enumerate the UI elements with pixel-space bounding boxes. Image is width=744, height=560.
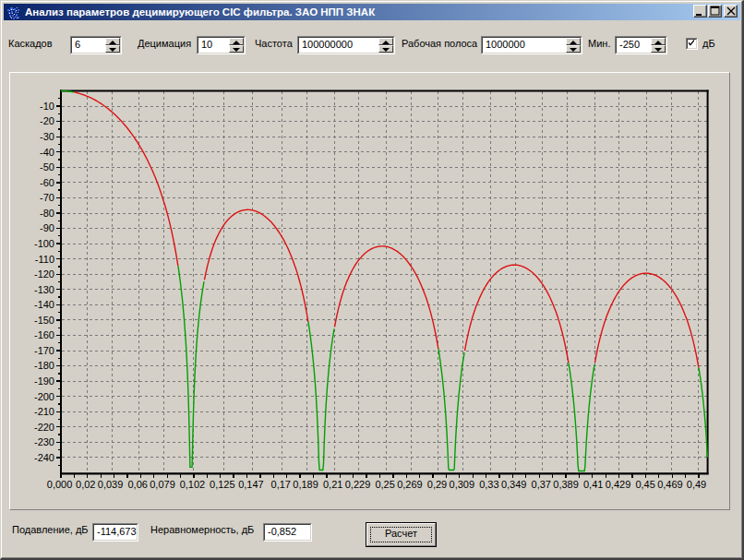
svg-text:0,33: 0,33: [479, 479, 498, 490]
svg-text:-190: -190: [34, 375, 54, 387]
svg-text:-140: -140: [34, 299, 54, 310]
svg-text:-240: -240: [34, 452, 54, 463]
svg-text:-180: -180: [34, 360, 54, 371]
svg-text:0,49: 0,49: [687, 479, 706, 490]
svg-text:-230: -230: [34, 436, 54, 447]
svg-text:0,389: 0,389: [553, 479, 579, 490]
svg-text:-210: -210: [34, 406, 54, 417]
svg-text:0,29: 0,29: [427, 479, 447, 490]
svg-text:-130: -130: [34, 284, 54, 295]
svg-text:-150: -150: [34, 315, 54, 326]
svg-text:0,21: 0,21: [323, 479, 342, 490]
svg-text:0,41: 0,41: [583, 479, 603, 490]
svg-text:0,189: 0,189: [293, 479, 318, 490]
svg-text:0,309: 0,309: [450, 479, 475, 490]
svg-text:0,000: 0,000: [47, 479, 73, 490]
svg-text:0,02: 0,02: [76, 479, 95, 490]
svg-text:-160: -160: [34, 329, 54, 340]
svg-text:0,17: 0,17: [271, 479, 291, 490]
svg-text:-120: -120: [34, 268, 54, 280]
svg-text:0,469: 0,469: [657, 479, 683, 490]
svg-text:0,102: 0,102: [180, 479, 206, 490]
svg-text:0,429: 0,429: [606, 479, 631, 490]
svg-text:-170: -170: [34, 345, 54, 356]
svg-text:0,45: 0,45: [635, 479, 654, 490]
svg-text:0,125: 0,125: [210, 479, 235, 490]
svg-text:0,349: 0,349: [501, 479, 527, 490]
svg-text:-20: -20: [40, 115, 54, 126]
svg-text:0,039: 0,039: [98, 479, 124, 490]
svg-text:0,147: 0,147: [238, 479, 264, 490]
svg-text:-30: -30: [40, 131, 54, 142]
svg-text:-70: -70: [40, 192, 54, 203]
svg-text:-40: -40: [40, 147, 54, 158]
svg-text:0,229: 0,229: [345, 479, 371, 490]
svg-text:-110: -110: [35, 254, 54, 265]
svg-text:-90: -90: [40, 222, 54, 233]
svg-text:-80: -80: [40, 208, 54, 219]
svg-text:-10: -10: [40, 101, 54, 112]
svg-text:0,06: 0,06: [127, 479, 147, 490]
svg-text:-220: -220: [34, 422, 54, 433]
svg-text:0,269: 0,269: [397, 479, 423, 490]
svg-text:-100: -100: [34, 238, 54, 249]
svg-text:-50: -50: [40, 161, 54, 173]
svg-text:-60: -60: [40, 177, 54, 188]
svg-text:0,37: 0,37: [532, 479, 551, 490]
svg-text:0,25: 0,25: [375, 479, 394, 490]
svg-text:-200: -200: [34, 391, 54, 402]
svg-text:0,079: 0,079: [150, 479, 175, 490]
